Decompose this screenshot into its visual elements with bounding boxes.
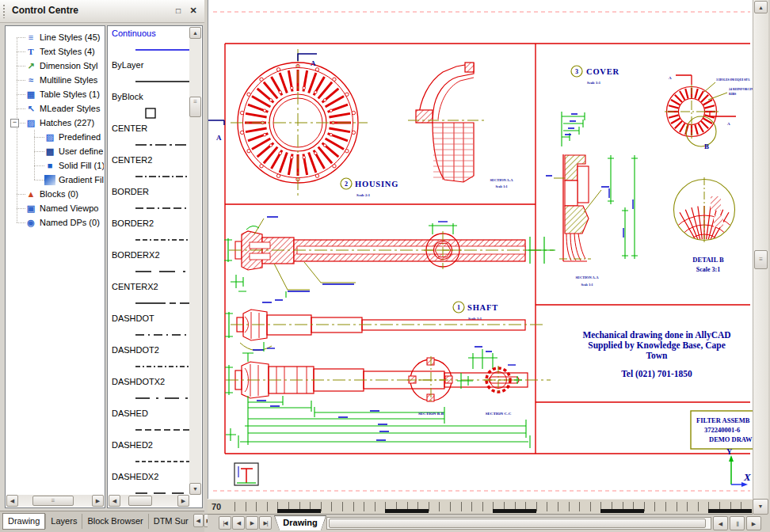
linestyle-row-center[interactable]: CENTER: [112, 124, 189, 155]
svg-text:3: 3: [575, 68, 578, 75]
linestyle-name: DASHDOT: [112, 314, 189, 325]
next-sheet-button[interactable]: ▶: [246, 516, 258, 530]
tree-item-hatches[interactable]: −▨Hatches (227): [6, 116, 104, 130]
sheet-tab-label[interactable]: Drawing: [275, 516, 326, 530]
tree-item-line-styles[interactable]: ≡Line Styles (45): [6, 30, 104, 44]
svg-text:2: 2: [345, 180, 348, 188]
ruler-bar: [299, 509, 311, 513]
panel-titlebar[interactable]: Control Centre □ ✕: [0, 0, 204, 23]
tree-item-table-styles[interactable]: ▦Table Styles (1): [6, 87, 104, 101]
tree-hscrollbar[interactable]: ◀ ≡ ▶: [6, 495, 104, 507]
linestyle-row-byblock[interactable]: ByBlock: [112, 92, 189, 124]
linestyle-row-center2[interactable]: CENTER2: [112, 155, 189, 187]
scroll-left-icon[interactable]: ◀: [6, 495, 18, 507]
ruler-tick: [482, 502, 483, 511]
main-hscroll-track[interactable]: [326, 517, 711, 530]
tree-item-label: Named DPs (0): [40, 218, 100, 227]
svg-text:Town: Town: [646, 351, 668, 360]
scroll-left-icon[interactable]: ◀: [713, 516, 728, 530]
list-vscrollbar[interactable]: ▲ ≡ ▼: [189, 27, 201, 495]
svg-text:B: B: [704, 142, 709, 150]
first-sheet-button[interactable]: |◀: [219, 516, 231, 530]
collapse-icon[interactable]: −: [10, 119, 19, 127]
linestyle-name: ByLayer: [112, 60, 189, 71]
ruler-tick: [321, 502, 322, 511]
tree-item-label: Gradient Fil: [59, 175, 104, 184]
solid-fill-icon: ■: [44, 161, 55, 171]
tree-item-label: Table Styles (1): [40, 89, 100, 99]
tree-item-named-viewports[interactable]: ▣Named Viewpo: [6, 201, 104, 215]
tree-item-label: Predefined: [59, 132, 101, 142]
section-bb-view: SECTION B-B: [407, 356, 473, 416]
linestyle-row-border2[interactable]: BORDER2: [112, 218, 189, 250]
panel-tab-drawing[interactable]: Drawing: [2, 513, 45, 530]
tree-item-gradient-fill[interactable]: Gradient Fil: [6, 173, 104, 187]
tree-item-hatch-user-defined[interactable]: ▩User define: [6, 144, 104, 158]
prev-sheet-button[interactable]: ◀: [232, 516, 245, 530]
list-hscroll-thumb[interactable]: [128, 496, 152, 506]
ruler-tick: [461, 502, 462, 511]
panel-tab-dtm-sur[interactable]: DTM Sur: [148, 514, 193, 529]
float-window-icon[interactable]: □: [172, 5, 185, 17]
tree-item-blocks[interactable]: ▲Blocks (0): [6, 187, 104, 201]
scroll-right-icon[interactable]: ▶: [177, 495, 189, 507]
list-hscroll-track[interactable]: [120, 495, 177, 507]
panel-tab-block-browser[interactable]: Block Browser: [82, 514, 147, 529]
panel-tab-layers[interactable]: Layers: [45, 514, 82, 529]
scroll-up-icon[interactable]: ▲: [754, 1, 768, 13]
scroll-left-icon[interactable]: ◀: [109, 495, 120, 507]
linestyle-row-continuous[interactable]: Continuous: [112, 28, 189, 60]
linestyle-row-borderx2[interactable]: BORDERX2: [112, 250, 189, 282]
tree-item-solid-fill[interactable]: ■Solid Fill (1): [6, 158, 104, 173]
scroll-up-icon[interactable]: ▲: [189, 27, 201, 39]
linestyle-row-dashdot2[interactable]: DASHDOT2: [112, 345, 189, 377]
ruler-bar: [741, 509, 752, 513]
cad-drawing[interactable]: A A SECTION A-A Scale 1:1 2 HOUSING Scal…: [208, 0, 753, 499]
title-block: Mechanical drawing done in AllyCAD Suppl…: [582, 330, 730, 379]
tree-item-multiline-styles[interactable]: ≈Multiline Styles: [6, 73, 104, 87]
linestyle-row-border[interactable]: BORDER: [112, 187, 189, 218]
linestyle-row-dashed[interactable]: DASHED: [112, 408, 189, 440]
list-vscroll-thumb[interactable]: ≡: [189, 97, 201, 117]
tree-item-mleader-styles[interactable]: ↖MLeader Styles: [6, 101, 104, 116]
last-sheet-button[interactable]: ▶|: [259, 516, 272, 530]
linestyle-row-dashdot[interactable]: DASHDOT: [112, 314, 189, 345]
svg-text:Scale 2:1: Scale 2:1: [356, 193, 371, 197]
main-hscroll-thumb[interactable]: [329, 519, 706, 528]
tab-scroll-left-icon[interactable]: ◀: [193, 514, 204, 527]
tree-item-text-styles[interactable]: TText Styles (4): [6, 44, 104, 59]
sheet-tab-drawing[interactable]: Drawing: [274, 515, 326, 530]
scroll-right-icon[interactable]: ▶: [92, 495, 104, 507]
svg-text:SECTION A-A: SECTION A-A: [490, 178, 513, 182]
scroll-right-icon[interactable]: ▶: [746, 516, 761, 530]
scroll-down-icon[interactable]: ▼: [753, 499, 768, 515]
close-icon[interactable]: ✕: [187, 5, 200, 17]
ruler-tick: [547, 502, 547, 511]
svg-text:DETAIL B: DETAIL B: [692, 256, 724, 264]
linestyle-row-dashedx2[interactable]: DASHEDX2: [112, 472, 189, 495]
ruler-tick: [267, 502, 268, 511]
tree-item-hatch-predefined[interactable]: ▨Predefined: [6, 130, 104, 144]
scroll-down-icon[interactable]: ▼: [189, 483, 201, 495]
main-vscroll-thumb[interactable]: ≡: [754, 250, 768, 269]
linestyle-row-dashdotx2[interactable]: DASHDOTX2: [112, 377, 189, 408]
linestyle-row-dashed2[interactable]: DASHED2: [112, 440, 189, 472]
styles-tree[interactable]: ≡Line Styles (45)TText Styles (4)↗Dimens…: [6, 27, 104, 495]
ruler-bar: [719, 509, 730, 513]
named-dps-icon: ◉: [25, 218, 36, 228]
linestyle-name: BORDER: [112, 187, 189, 198]
list-hscrollbar[interactable]: ◀ ▶: [109, 495, 189, 507]
ruler-tick: [331, 502, 332, 511]
tree-item-named-dps[interactable]: ◉Named DPs (0): [6, 215, 104, 230]
linestyle-row-centerx2[interactable]: CENTERX2: [112, 282, 189, 314]
tree-hscroll-track[interactable]: ≡: [18, 495, 92, 507]
linestyle-list[interactable]: ContinuousByLayerByBlockCENTERCENTER2BOR…: [109, 27, 189, 495]
tree-hscroll-thumb[interactable]: ≡: [32, 496, 74, 506]
splitter-grip-icon[interactable]: ⫼: [730, 516, 745, 530]
main-vscrollbar[interactable]: ▲ ≡: [753, 0, 768, 499]
drag-grip-icon[interactable]: [2, 4, 6, 18]
tree-item-dimension-styles[interactable]: ↗Dimension Styl: [6, 59, 104, 73]
housing-label: 2 HOUSING Scale 2:1: [341, 178, 398, 197]
drawing-canvas[interactable]: A A SECTION A-A Scale 1:1 2 HOUSING Scal…: [208, 0, 753, 499]
linestyle-row-bylayer[interactable]: ByLayer: [112, 60, 189, 92]
